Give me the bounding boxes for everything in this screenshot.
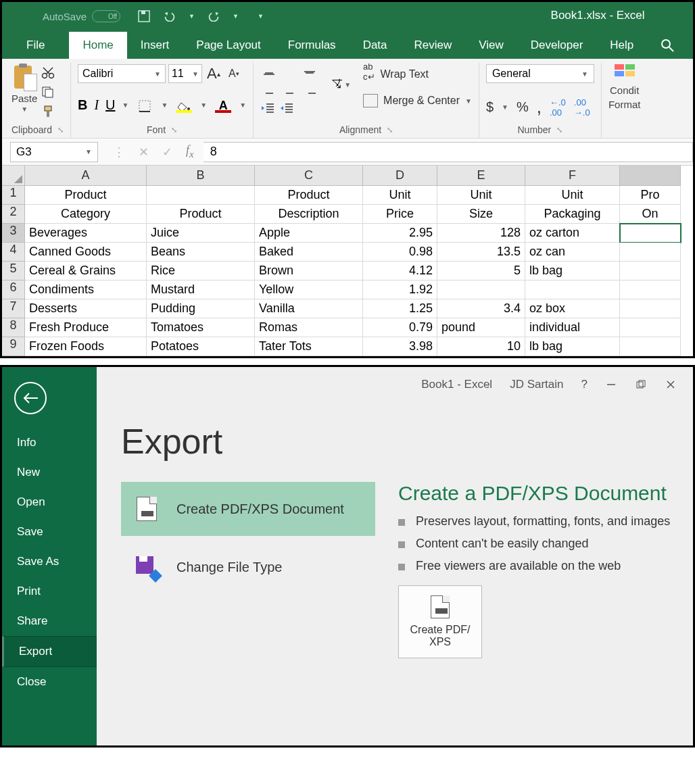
align-top-icon[interactable] [260,64,278,82]
col-header-g[interactable] [620,166,681,186]
col-header-d[interactable]: D [363,166,437,186]
cell[interactable]: Baked [255,243,363,262]
cell[interactable]: 3.4 [437,299,525,318]
cell[interactable]: Rice [147,262,255,280]
sidebar-item-info[interactable]: Info [2,428,97,458]
wrap-text-button[interactable]: abc↵Wrap Text [363,64,472,84]
increase-decimal-icon[interactable]: ←.0.00 [550,97,566,118]
sidebar-item-print[interactable]: Print [2,577,97,606]
merge-center-button[interactable]: Merge & Center▼ [363,94,472,107]
qat-customize-icon[interactable]: ▼ [258,13,264,20]
cell[interactable] [620,337,681,356]
row-header[interactable]: 3 [2,224,25,243]
sidebar-item-close[interactable]: Close [2,667,97,697]
conditional-formatting-button[interactable]: Condit Format [608,64,641,110]
cell[interactable]: Brown [255,262,363,280]
increase-font-icon[interactable]: A▴ [205,65,222,82]
borders-dropdown-icon[interactable]: ▼ [161,101,168,109]
number-dialog-icon[interactable]: ⤡ [556,126,562,134]
tab-review[interactable]: Review [401,32,466,59]
sidebar-item-export[interactable]: Export [2,636,97,667]
cell[interactable] [620,243,681,262]
font-dialog-icon[interactable]: ⤡ [171,126,177,134]
align-bottom-icon[interactable] [301,64,318,82]
insert-function-icon[interactable]: fx [186,143,194,160]
align-left-icon[interactable] [260,84,278,102]
cell[interactable]: Vanilla [255,299,363,318]
cell[interactable]: Juice [147,224,255,243]
cell[interactable]: Pro [620,186,681,205]
tab-file[interactable]: File [2,32,69,59]
paste-dropdown-icon[interactable]: ▼ [21,105,28,113]
cell[interactable]: Canned Goods [25,243,147,262]
cell[interactable]: oz carton [525,224,620,243]
cell[interactable]: 13.5 [437,243,525,262]
row-header[interactable]: 4 [2,243,25,262]
tab-page-layout[interactable]: Page Layout [183,32,274,59]
maximize-icon[interactable] [635,378,647,391]
help-icon[interactable]: ? [581,378,588,391]
undo-dropdown-icon[interactable]: ▼ [189,13,195,20]
font-name-select[interactable]: Calibri▼ [78,64,166,83]
decrease-font-icon[interactable]: A▾ [225,65,243,82]
decrease-decimal-icon[interactable]: .00→.0 [574,97,590,118]
cell[interactable]: 1.25 [363,299,437,318]
col-header-a[interactable]: A [25,166,147,186]
create-pdf-xps-button[interactable]: Create PDF/ XPS [398,585,482,658]
row-header[interactable]: 6 [2,280,25,299]
cell[interactable]: Desserts [25,299,147,318]
cell[interactable] [620,299,681,318]
number-format-select[interactable]: General▼ [486,64,594,83]
cell[interactable]: individual [525,318,620,337]
cell[interactable]: 2.95 [363,224,437,243]
cell[interactable]: Yellow [255,280,363,299]
row-header[interactable]: 1 [2,186,25,205]
borders-button[interactable] [135,97,154,113]
sidebar-item-open[interactable]: Open [2,487,97,517]
cell[interactable]: Tater Tots [255,337,363,356]
cell[interactable]: Size [437,205,525,224]
spreadsheet-grid[interactable]: A B C D E F 1 Product Product Unit Unit … [2,166,693,356]
cell[interactable]: Frozen Foods [25,337,147,356]
cell[interactable]: Pudding [147,299,255,318]
sidebar-item-save[interactable]: Save [2,517,97,547]
cell[interactable] [525,280,620,299]
cell[interactable]: Description [255,205,363,224]
cell[interactable]: pound [437,318,525,337]
save-icon[interactable] [137,9,151,23]
tab-developer[interactable]: Developer [517,32,597,59]
cell[interactable]: Fresh Produce [25,318,147,337]
fill-dropdown-icon[interactable]: ▼ [200,101,207,109]
row-header[interactable]: 2 [2,205,25,224]
cell[interactable]: Category [25,205,147,224]
cell[interactable]: 0.98 [363,243,437,262]
cell[interactable]: Apple [255,224,363,243]
cell[interactable]: Product [25,186,147,205]
accounting-dropdown-icon[interactable]: ▼ [502,103,508,111]
undo-icon[interactable] [163,9,176,23]
italic-button[interactable]: I [94,97,99,113]
col-header-f[interactable]: F [525,166,620,186]
cell[interactable]: Unit [363,186,437,205]
fontcolor-dropdown-icon[interactable]: ▼ [239,101,246,109]
font-size-select[interactable]: 11▼ [168,64,202,83]
cell[interactable]: 128 [437,224,525,243]
tab-home[interactable]: Home [69,32,126,59]
enter-formula-icon[interactable]: ✓ [162,145,172,160]
cell[interactable] [620,318,681,337]
change-file-type-option[interactable]: Change File Type [121,540,375,594]
cell[interactable]: oz can [525,243,620,262]
create-pdf-xps-option[interactable]: Create PDF/XPS Document [121,482,375,536]
col-header-c[interactable]: C [255,166,363,186]
bold-button[interactable]: B [78,97,87,113]
col-header-e[interactable]: E [437,166,525,186]
cell[interactable]: 0.79 [363,318,437,337]
accounting-format-icon[interactable]: $ [486,99,494,115]
orientation-button[interactable]: ⦪▼ [331,76,351,91]
font-color-button[interactable]: A [214,97,233,113]
cell[interactable]: Condiments [25,280,147,299]
formula-input[interactable]: 8 [203,142,693,162]
tab-insert[interactable]: Insert [127,32,183,59]
cell[interactable]: Beverages [25,224,147,243]
decrease-indent-icon[interactable] [260,102,275,114]
